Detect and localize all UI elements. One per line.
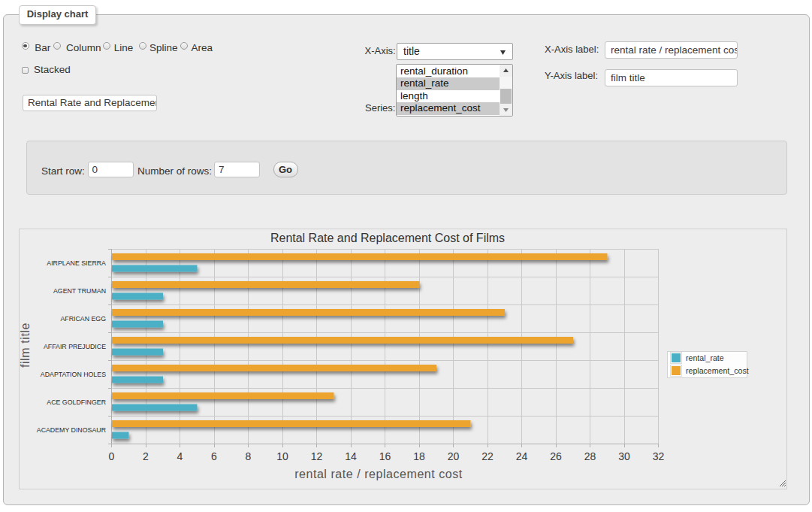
svg-text:22: 22 xyxy=(481,450,494,462)
svg-text:10: 10 xyxy=(276,450,288,462)
svg-text:12: 12 xyxy=(311,450,323,462)
svg-text:32: 32 xyxy=(653,450,665,462)
svg-text:film title: film title xyxy=(20,323,32,368)
svg-text:0: 0 xyxy=(109,450,115,462)
svg-text:ACADEMY DINOSAUR: ACADEMY DINOSAUR xyxy=(37,426,106,434)
svg-text:AFFAIR PREJUDICE: AFFAIR PREJUDICE xyxy=(44,343,106,350)
svg-text:AGENT TRUMAN: AGENT TRUMAN xyxy=(53,287,106,295)
svg-text:ACE GOLDFINGER: ACE GOLDFINGER xyxy=(47,398,106,406)
svg-text:AIRPLANE SIERRA: AIRPLANE SIERRA xyxy=(47,259,106,267)
svg-text:rental_rate: rental_rate xyxy=(686,353,724,362)
svg-text:replacement_cost: replacement_cost xyxy=(686,366,749,375)
svg-text:14: 14 xyxy=(345,450,357,462)
svg-text:30: 30 xyxy=(618,450,630,462)
svg-text:ADAPTATION HOLES: ADAPTATION HOLES xyxy=(41,371,106,378)
svg-text:rental rate / replacement cost: rental rate / replacement cost xyxy=(294,468,463,480)
svg-text:AFRICAN EGG: AFRICAN EGG xyxy=(60,315,106,323)
svg-text:24: 24 xyxy=(516,450,528,462)
svg-text:2: 2 xyxy=(143,450,149,462)
svg-text:20: 20 xyxy=(448,450,460,462)
svg-text:4: 4 xyxy=(177,450,183,462)
svg-text:8: 8 xyxy=(246,450,252,462)
svg-text:18: 18 xyxy=(413,450,425,462)
svg-text:16: 16 xyxy=(379,450,391,462)
svg-text:Rental Rate and Replacement Co: Rental Rate and Replacement Cost of Film… xyxy=(270,232,505,244)
svg-text:28: 28 xyxy=(584,450,596,462)
svg-text:26: 26 xyxy=(550,450,562,462)
svg-text:6: 6 xyxy=(211,450,217,462)
